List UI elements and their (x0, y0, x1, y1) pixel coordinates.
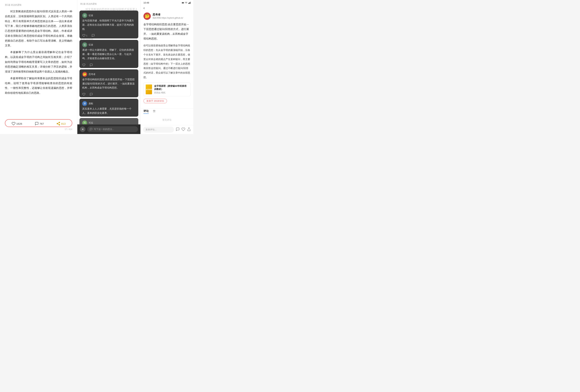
svg-line-4 (58, 123, 59, 123)
comment-avatar-2: 征 (82, 42, 87, 47)
book-title: 金字塔原理（麦肯锡40年经典培训教材） (154, 85, 188, 91)
comment-actions-3 (82, 92, 136, 96)
article-body: 你可以很容易地使受众理解用金字塔结构组织的思想：先从金字塔的最顶端开始，沿各个分… (144, 43, 190, 80)
like-count-1: 1 (86, 34, 87, 37)
comment-actions-1: 1 (82, 33, 136, 37)
comment-user-extra: 龚 龚毅 (82, 101, 136, 106)
action-bar: 1626 767 813 (5, 119, 72, 127)
comment-button[interactable]: 767 (35, 122, 44, 126)
svg-point-8 (186, 3, 186, 4)
status-icons (182, 1, 190, 4)
author-name: 思考者 (152, 13, 183, 16)
comment-like-1[interactable]: 1 (82, 34, 87, 37)
comment-avatar-3: 🤔 (82, 72, 87, 77)
status-time: 10:48 (144, 1, 149, 4)
svg-rect-9 (188, 3, 189, 4)
share-count: 813 (61, 122, 66, 125)
close-button[interactable]: ✕ (80, 126, 85, 132)
comment-bottom-bar: ✕ 写下这一刻的想法... (77, 124, 141, 134)
tab-comment[interactable]: 评论 (144, 109, 149, 114)
svg-rect-12 (190, 2, 190, 4)
comment-username-3: 思考者 (89, 73, 95, 76)
paragraph-1: 对文章阐述的思想作出疑问/回答式反应是人类的一种自然反应，没有国籍和民族的区别。… (5, 9, 72, 48)
comment-card-3: 🤔 思考者 金字塔结构组织思想:由主要思想开始→下层思想通过疑问/回答的方式，进… (79, 69, 138, 97)
avatar-text: 征 (84, 14, 86, 17)
comment-text-1: 这句话很关键，给我指明了不光只是学习沟通方面，还有在生活处理琐事方面，提供了思考… (82, 19, 136, 31)
comment-reply-2[interactable] (90, 63, 93, 67)
comment-username-2: 征途 (89, 43, 93, 46)
svg-point-1 (57, 123, 58, 124)
comment-like-2[interactable] (82, 63, 85, 67)
comment-username-last: 可乐 (89, 121, 93, 124)
paragraph-2: 本篇解释了为什么受众最容易理解和记住金字塔结构，以及组成金字塔的子结构之间如何互… (5, 50, 72, 74)
article-main: 金字塔结构组织思想:由主要思想开始→下层思想通过疑问/回答的方式，进行展开。→如… (141, 22, 193, 108)
comment-text-2: 表述一些让大家听进去、理解了、记住的东西很难，看一看是否能够让受众心头一震，引起… (82, 48, 136, 60)
avatar-text-last: 可 (84, 121, 86, 124)
book-reader-panel: 第1篇 表达的逻辑 对文章阐述的思想作出疑问/回答式反应是人类的一种自然反应，没… (0, 0, 77, 134)
publish-date: 发表于 2018/3/31 (144, 99, 167, 103)
no-comment-placeholder: 暂无评论 (141, 115, 193, 125)
comment-card-1: 征 征途 这句话很关键，给我指明了不光只是学习沟通方面，还有在生活处理琐事方面，… (79, 10, 138, 38)
svg-point-2 (59, 124, 60, 125)
author-avatar: 🤔 (144, 12, 151, 20)
like-icon[interactable] (181, 127, 185, 132)
back-button[interactable]: ‹ (144, 6, 145, 10)
comment-input-placeholder: 写下这一刻的想法... (94, 128, 114, 131)
author-info: 思考者 我的博客:https://sykent.github.io/ (152, 13, 183, 19)
comment-count: 767 (39, 122, 44, 125)
book-author: 芭芭拉·明托 (154, 91, 188, 94)
comment-input-area: 发表评论... (141, 125, 193, 134)
svg-point-0 (59, 122, 60, 123)
svg-rect-11 (189, 2, 190, 4)
comment-card-extra: 龚 龚毅 其实基本上人人都需要，尤其是职场的每一个人。基本的职业化素养。 (79, 99, 138, 117)
breadcrumb-panel1: 第1篇 表达的逻辑 (5, 3, 72, 6)
page-indicator: 17 / 414 (5, 128, 72, 130)
paragraph-3: 本篇将帮助你了解如何将要表达的思想组织成金字塔结构，说明了使用金字塔原理能够检查… (5, 76, 72, 95)
comments-panel: 第1篇 表达的逻辑 对文章阐述的思想作出疑问/回答式反应是人类的一种自然反应，没… (77, 0, 141, 134)
author-bio: 我的博客:https://sykent.github.io/ (152, 16, 183, 19)
tab-like[interactable]: 赞 (153, 109, 155, 114)
comment-avatar-1: 征 (82, 13, 87, 18)
comment-avatar-extra: 龚 (82, 101, 87, 106)
comment-username-1: 征途 (89, 14, 93, 17)
avatar-text-extra: 龚 (84, 102, 86, 105)
book-info: 金字塔原理（麦肯锡40年经典培训教材） 芭芭拉·明托 (154, 85, 188, 94)
comment-input-bar[interactable]: 写下这一刻的想法... (87, 126, 138, 132)
tabs: 评论 赞 (141, 108, 193, 115)
comment-reply-3[interactable] (90, 93, 93, 96)
nav-bar: ‹ (141, 5, 193, 12)
comment-username-extra: 龚毅 (89, 102, 93, 105)
book-cover: 金字塔原理 (146, 85, 152, 94)
breadcrumb-panel2: 第1篇 表达的逻辑 (77, 0, 141, 7)
article-content-panel1: 对文章阐述的思想作出疑问/回答式反应是人类的一种自然反应，没有国籍和民族的区别。… (5, 9, 72, 117)
share-button[interactable]: 813 (56, 122, 66, 126)
like-count: 1626 (16, 122, 22, 125)
comment-actions-2 (82, 62, 136, 67)
comment-card-2: 征 征途 表述一些让大家听进去、理解了、记住的东西很难，看一看是否能够让受众心头… (79, 40, 138, 68)
comment-reply-1[interactable] (92, 34, 95, 37)
wifi-icon (185, 1, 187, 4)
article-detail-panel: 10:48 ‹ 🤔 思考者 (141, 0, 193, 134)
article-title: 金字塔结构组织思想:由主要思想开始→下层思想通过疑问/回答的方式，进行展开。→如… (144, 22, 190, 41)
comment-user-1: 征 征途 (82, 13, 136, 18)
svg-line-3 (58, 124, 59, 125)
comment-text-extra: 其实基本上人人都需要，尤其是职场的每一个人。基本的职业化素养。 (82, 107, 136, 115)
comment-like-3[interactable] (82, 93, 85, 96)
svg-rect-6 (182, 2, 183, 3)
battery-icon (182, 1, 184, 4)
book-cover-text: 金字塔原理 (146, 89, 152, 90)
comment-text-3: 金字塔结构组织思想:由主要思想开始→下层思想通过疑问/回答的方式，进行展开。→如… (82, 78, 136, 90)
like-button[interactable]: 1626 (11, 122, 22, 126)
status-bar: 10:48 (141, 0, 193, 5)
book-card[interactable]: 金字塔原理 金字塔原理（麦肯锡40年经典培训教材） 芭芭拉·明托 (144, 83, 190, 96)
comment-user-2: 征 征途 (82, 42, 136, 47)
comment-user-3: 🤔 思考者 (82, 72, 136, 77)
svg-rect-10 (189, 2, 189, 4)
signal-icon (188, 1, 190, 4)
comment-send-icon[interactable] (176, 127, 180, 132)
avatar-text-2: 征 (84, 43, 86, 46)
author-section: 🤔 思考者 我的博客:https://sykent.github.io/ (141, 12, 193, 22)
comment-input[interactable]: 发表评论... (143, 127, 174, 133)
comments-list: 征 征途 这句话很关键，给我指明了不光只是学习沟通方面，还有在生活处理琐事方面，… (77, 10, 141, 134)
share-icon[interactable] (187, 127, 191, 132)
